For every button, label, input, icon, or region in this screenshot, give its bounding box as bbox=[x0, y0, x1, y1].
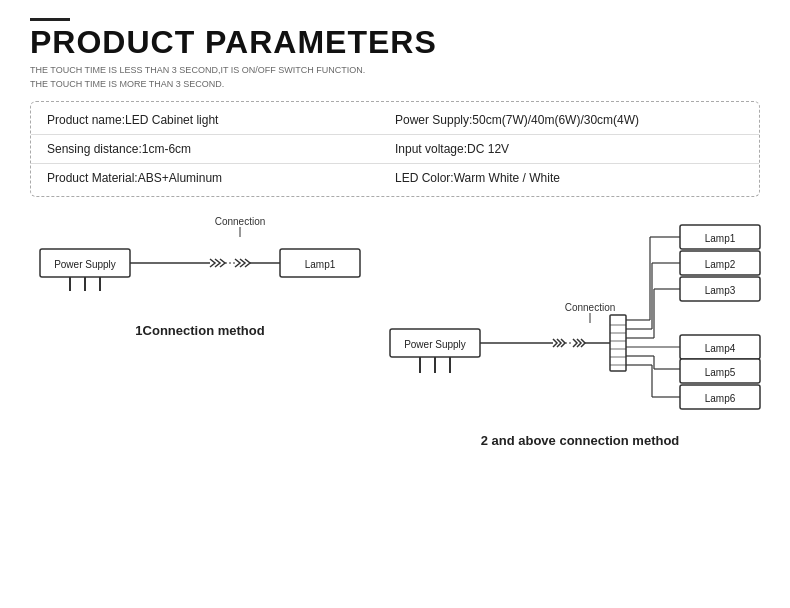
diagram1-title: 1Connection method bbox=[135, 323, 264, 338]
svg-text:Lamp5: Lamp5 bbox=[705, 367, 736, 378]
svg-text:Lamp4: Lamp4 bbox=[705, 343, 736, 354]
d2-connection-label: Connection bbox=[565, 302, 616, 313]
d1-ps-label: Power Supply bbox=[54, 259, 116, 270]
d1-lamp1-label: Lamp1 bbox=[305, 259, 336, 270]
param-power-supply: Power Supply:50cm(7W)/40m(6W)/30cm(4W) bbox=[395, 113, 743, 127]
page-container: PRODUCT PARAMETERS THE TOUCH TIME IS LES… bbox=[0, 0, 790, 458]
svg-text:Lamp6: Lamp6 bbox=[705, 393, 736, 404]
diagram2-title: 2 and above connection method bbox=[481, 433, 680, 448]
param-color: LED Color:Warm White / White bbox=[395, 171, 743, 185]
diagrams-container: Connection Power Supply bbox=[30, 211, 760, 448]
param-sensing: Sensing distance:1cm-6cm bbox=[47, 142, 395, 156]
params-row-2: Sensing distance:1cm-6cm Input voltage:D… bbox=[31, 135, 759, 164]
svg-text:Lamp2: Lamp2 bbox=[705, 259, 736, 270]
svg-text:Lamp1: Lamp1 bbox=[705, 233, 736, 244]
svg-rect-17 bbox=[610, 315, 626, 371]
decorative-line bbox=[30, 18, 70, 21]
diagram2-section: Connection Power Supply bbox=[380, 211, 780, 448]
param-product-name: Product name:LED Cabinet light bbox=[47, 113, 395, 127]
params-row-1: Product name:LED Cabinet light Power Sup… bbox=[31, 106, 759, 135]
diagram1-section: Connection Power Supply bbox=[30, 211, 370, 448]
params-box: Product name:LED Cabinet light Power Sup… bbox=[30, 101, 760, 197]
param-voltage: Input voltage:DC 12V bbox=[395, 142, 743, 156]
d1-connection-label: Connection bbox=[215, 216, 266, 227]
param-material: Product Material:ABS+Aluminum bbox=[47, 171, 395, 185]
diagram2-svg: Connection Power Supply bbox=[380, 211, 780, 441]
params-row-3: Product Material:ABS+Aluminum LED Color:… bbox=[31, 164, 759, 192]
svg-text:Lamp3: Lamp3 bbox=[705, 285, 736, 296]
d2-ps-label: Power Supply bbox=[404, 339, 466, 350]
diagram1-svg: Connection Power Supply bbox=[30, 211, 370, 321]
page-title: PRODUCT PARAMETERS bbox=[30, 25, 760, 60]
subtitle: THE TOUCH TIME IS LESS THAN 3 SECOND,IT … bbox=[30, 64, 760, 91]
